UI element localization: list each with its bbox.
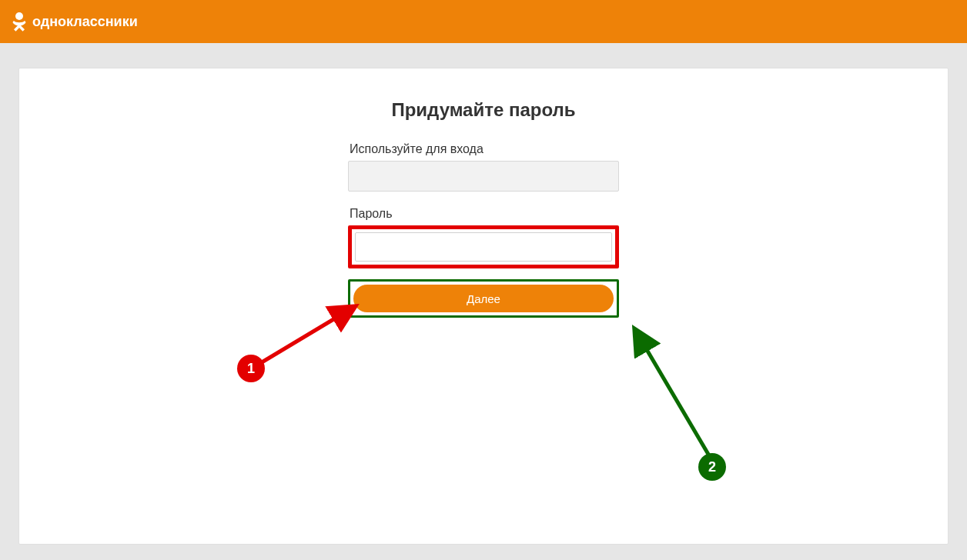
brand-logo[interactable]: одноклассники	[11, 11, 138, 32]
app-header: одноклассники	[0, 0, 967, 43]
annotation-badge-1: 1	[237, 355, 265, 382]
svg-line-2	[635, 330, 712, 461]
brand-name: одноклассники	[32, 14, 138, 30]
next-button[interactable]: Далее	[353, 285, 614, 312]
svg-line-1	[254, 307, 354, 367]
login-field	[348, 161, 619, 192]
password-highlight-box	[348, 225, 619, 268]
content-card: Придумайте пароль Используйте для входа …	[18, 68, 949, 545]
page-title: Придумайте пароль	[348, 99, 619, 121]
password-input[interactable]	[355, 232, 612, 262]
page-body: Придумайте пароль Используйте для входа …	[0, 43, 967, 545]
password-form: Придумайте пароль Используйте для входа …	[348, 99, 619, 318]
ok-logo-icon	[11, 11, 28, 32]
svg-point-0	[15, 12, 23, 20]
annotation-badge-2: 2	[698, 453, 726, 481]
next-button-highlight-box: Далее	[348, 279, 619, 318]
login-label: Используйте для входа	[350, 142, 619, 156]
password-label: Пароль	[350, 207, 619, 221]
annotation-step-2: 2	[612, 315, 751, 484]
